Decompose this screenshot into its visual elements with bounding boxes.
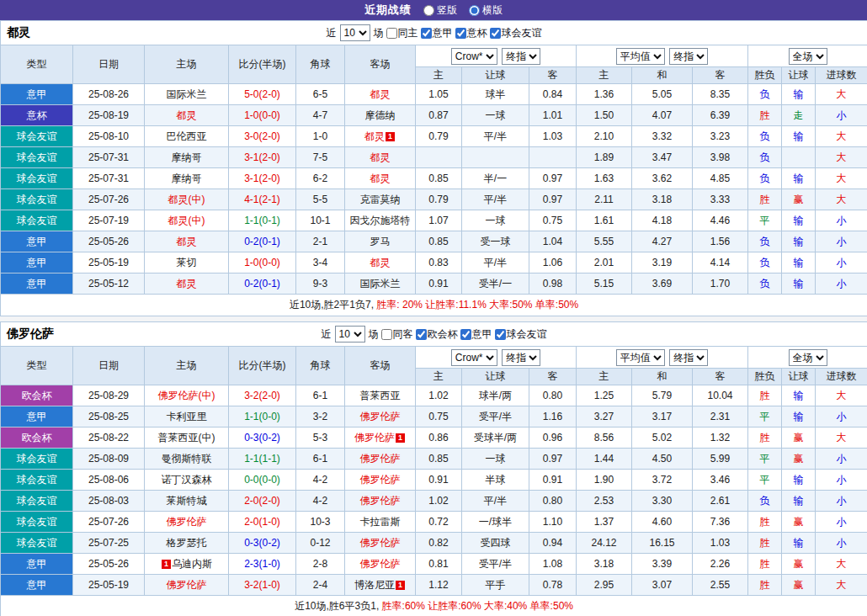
avg-draw-odds: 5.05 — [632, 84, 693, 105]
home-team-name: 莱切 — [177, 257, 197, 268]
handicap-line: 半/一 — [462, 168, 529, 189]
match-count-select[interactable]: 10 — [340, 24, 370, 41]
away-team-cell: 都灵 — [345, 252, 416, 273]
avg-away-odds: 3.46 — [693, 470, 748, 491]
home-team-cell: 佛罗伦萨(中) — [145, 385, 229, 406]
result-goals: 大 — [816, 126, 867, 147]
avg-away-odds: 2.61 — [693, 491, 748, 512]
result-handicap: 赢 — [782, 189, 816, 210]
avg-home-odds: 2.95 — [577, 575, 632, 596]
col-header-date: 日期 — [73, 45, 145, 84]
match-date: 25-08-29 — [73, 385, 145, 406]
same-venue-input[interactable] — [381, 329, 392, 340]
league-input[interactable] — [460, 329, 471, 340]
summary-row: 近10场,胜2平1负7, 胜率: 20% 让胜率:11.1% 大率:50% 单率… — [1, 295, 867, 316]
league-filter-checkbox[interactable]: 意甲 — [421, 26, 453, 40]
away-odds: 1.08 — [529, 554, 577, 575]
same-venue-checkbox[interactable]: 同主 — [386, 26, 418, 40]
match-row: 意杯25-08-19都灵1-0(0-0)4-7摩德纳0.87一球1.011.50… — [1, 105, 867, 126]
scope-select[interactable]: 全场 — [789, 349, 827, 366]
league-input[interactable] — [416, 329, 427, 340]
result-handicap: 输 — [782, 273, 816, 295]
league-type-badge: 球会友谊 — [1, 491, 73, 512]
bookmaker-select[interactable]: Crow* — [451, 349, 497, 366]
avg-draw-odds: 4.27 — [632, 231, 693, 252]
league-filter-checkbox[interactable]: 欧会杯 — [416, 327, 458, 342]
result-win-loss: 胜 — [748, 385, 782, 406]
result-handicap: 赢 — [782, 554, 816, 575]
average-period-select[interactable]: 终指 — [669, 48, 708, 65]
result-goals: 大 — [816, 427, 867, 449]
average-select[interactable]: 平均值 — [616, 349, 665, 366]
home-team-cell: 莱切 — [145, 252, 229, 273]
home-team-cell: 摩纳哥 — [145, 147, 229, 168]
match-score: 1-0(0-0) — [229, 105, 296, 126]
summary-rates: 胜率:60% 让胜率:60% 大率:40% 单率:50% — [382, 600, 573, 612]
league-type-badge: 意甲 — [1, 273, 73, 295]
league-filter-checkbox[interactable]: 球会友谊 — [490, 26, 542, 40]
league-filter-checkbox[interactable]: 球会友谊 — [495, 327, 547, 342]
league-input[interactable] — [421, 28, 432, 39]
avg-draw-odds: 3.19 — [632, 252, 693, 273]
bookmaker-period-select[interactable]: 终指 — [502, 48, 540, 65]
col-header-corner: 角球 — [296, 347, 345, 385]
league-type-badge: 意杯 — [1, 105, 73, 126]
league-type-badge: 球会友谊 — [1, 449, 73, 470]
match-row: 意甲25-05-12都灵0-2(0-1)9-3国际米兰0.91受半/一0.985… — [1, 273, 867, 295]
league-filter-checkbox[interactable]: 意杯 — [455, 26, 487, 40]
away-team-name: 佛罗伦萨 — [360, 558, 401, 570]
result-handicap: 赢 — [782, 427, 816, 449]
match-score: 3-2(2-0) — [229, 385, 296, 406]
home-team-cell: 都灵 — [145, 105, 229, 126]
home-odds: 0.83 — [416, 252, 462, 273]
col-header-away: 客场 — [345, 45, 416, 84]
league-filter-checkbox[interactable]: 意甲 — [460, 327, 492, 342]
home-team-cell: 曼彻斯特联 — [145, 449, 229, 470]
scope-select[interactable]: 全场 — [789, 48, 827, 65]
away-team-cell: 卡拉雷斯 — [345, 512, 416, 533]
home-team-name: 莱斯特城 — [167, 495, 207, 507]
away-team-name: 佛罗伦萨 — [354, 432, 395, 443]
average-period-select[interactable]: 终指 — [669, 349, 708, 366]
horizontal-radio[interactable] — [469, 5, 480, 16]
bookmaker-period-select[interactable]: 终指 — [502, 349, 540, 366]
average-select[interactable]: 平均值 — [616, 48, 665, 65]
bookmaker-select[interactable]: Crow* — [451, 48, 497, 65]
avg-away-odds: 3.98 — [693, 147, 748, 168]
away-team-name: 博洛尼亚 — [354, 579, 395, 591]
home-odds: 0.91 — [416, 470, 462, 491]
match-row: 意甲25-05-19佛罗伦萨3-2(1-0)2-4博洛尼亚11.12平手0.78… — [1, 575, 867, 596]
vertical-radio[interactable] — [423, 5, 434, 16]
handicap-line: 受四球 — [462, 533, 529, 554]
horizontal-radio-label: 横版 — [482, 3, 503, 18]
match-date: 25-08-09 — [73, 449, 145, 470]
avg-away-odds: 3.23 — [693, 126, 748, 147]
result-win-loss: 负 — [748, 252, 782, 273]
match-count-select[interactable]: 10 — [335, 326, 365, 343]
league-type-badge: 球会友谊 — [1, 533, 73, 554]
home-odds: 0.82 — [416, 533, 462, 554]
match-date: 25-08-06 — [73, 470, 145, 491]
avg-away-odds: 2.31 — [693, 406, 748, 427]
handicap-line: 半球 — [462, 470, 529, 491]
same-venue-checkbox[interactable]: 同客 — [381, 327, 413, 342]
result-win-loss: 平 — [748, 406, 782, 427]
layout-option-horizontal[interactable]: 横版 — [469, 3, 503, 18]
avg-draw-odds: 5.02 — [632, 427, 693, 449]
handicap-line: 一/球半 — [462, 512, 529, 533]
home-odds: 0.79 — [416, 189, 462, 210]
home-team-name: 佛罗伦萨 — [167, 516, 207, 528]
result-goals: 大 — [816, 189, 867, 210]
league-input[interactable] — [495, 329, 506, 340]
league-input[interactable] — [490, 28, 501, 39]
league-type-badge: 意甲 — [1, 231, 73, 252]
result-goals: 小 — [816, 470, 867, 491]
same-venue-input[interactable] — [386, 28, 397, 39]
layout-option-vertical[interactable]: 竖版 — [423, 3, 457, 18]
avg-home-odds: 1.25 — [577, 385, 632, 406]
away-team-name: 都灵 — [370, 151, 391, 163]
result-goals: 小 — [816, 491, 867, 512]
result-win-loss: 平 — [748, 470, 782, 491]
avg-home-odds: 1.44 — [577, 449, 632, 470]
league-input[interactable] — [455, 28, 466, 39]
